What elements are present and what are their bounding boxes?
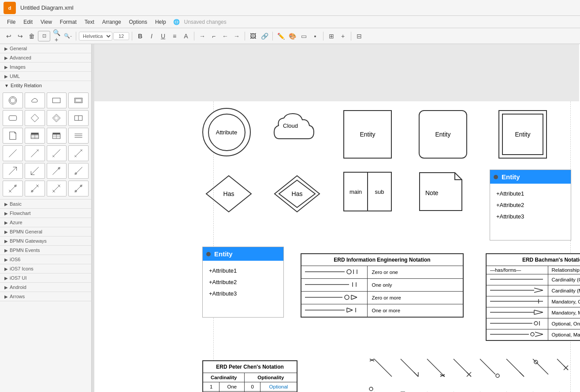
- ie-row-2: One only: [301, 279, 463, 292]
- zoom-in-button[interactable]: 🔍+: [51, 31, 62, 41]
- er-cloud-item[interactable]: [25, 92, 45, 108]
- er-table-item[interactable]: [25, 128, 45, 144]
- diamond1-shape[interactable]: Has: [202, 172, 255, 216]
- er-diag6-item[interactable]: [25, 163, 45, 179]
- menu-text[interactable]: Text: [81, 18, 98, 26]
- sidebar-bpmn-title[interactable]: ▶ BPMN General: [0, 227, 91, 236]
- attribute-shape[interactable]: Attribute: [202, 108, 251, 156]
- link-button[interactable]: 🔗: [259, 31, 270, 41]
- er-diag5-item[interactable]: [3, 163, 23, 179]
- bach-row-mand-many: Mandatory, Many: [486, 307, 580, 318]
- er-diag1-item[interactable]: [3, 145, 23, 161]
- undo-button[interactable]: ↩: [4, 31, 14, 41]
- sidebar-uml-title[interactable]: ▶ UML: [0, 72, 91, 81]
- menu-format[interactable]: Format: [56, 18, 80, 26]
- er-entity-double-item[interactable]: [68, 92, 89, 108]
- minimize-btn-right[interactable]: [494, 175, 498, 179]
- italic-button[interactable]: I: [146, 31, 157, 41]
- bold-button[interactable]: B: [135, 31, 145, 41]
- redo-button[interactable]: ↪: [15, 31, 26, 41]
- split-entity-shape[interactable]: main sub: [343, 172, 392, 211]
- note-shape[interactable]: Note: [419, 172, 463, 211]
- sidebar-android-title[interactable]: ▶ Android: [0, 283, 91, 292]
- er-diag10-item[interactable]: [25, 181, 45, 196]
- line-color-button[interactable]: ✏️: [275, 31, 286, 41]
- sidebar-advanced-title[interactable]: ▶ Advanced: [0, 53, 91, 62]
- elbow-button[interactable]: ⌐: [208, 31, 219, 41]
- svg-line-101: [427, 359, 445, 377]
- er-split-item[interactable]: [68, 110, 89, 126]
- menu-view[interactable]: View: [37, 18, 56, 26]
- sidebar-ios7icons-title[interactable]: ▶ iOS7 Icons: [0, 264, 91, 273]
- menu-arrange[interactable]: Arrange: [99, 18, 125, 26]
- diamond2-shape[interactable]: Has: [271, 172, 323, 216]
- arrow-right-button[interactable]: →: [197, 31, 208, 41]
- rect-button[interactable]: ▭: [298, 31, 309, 41]
- collapse-icon-arrows: ▶: [4, 294, 8, 299]
- er-diamond-double-item[interactable]: [47, 110, 67, 126]
- underline-button[interactable]: U: [158, 31, 168, 41]
- zoom-out-button[interactable]: 🔍-: [63, 31, 73, 41]
- sidebar-er-title[interactable]: ▼ Entity Relation: [0, 81, 91, 90]
- align-left-button[interactable]: ≡: [169, 31, 180, 41]
- er-diag12-item[interactable]: [68, 181, 89, 196]
- bach-label-3: Cardinality (Many): [548, 285, 580, 296]
- minimize-btn-left[interactable]: [206, 252, 211, 256]
- arrow-fwd-button[interactable]: →: [231, 31, 242, 41]
- cloud-shape[interactable]: Cloud: [271, 110, 319, 151]
- er-diag3-item[interactable]: [47, 145, 67, 161]
- canvas-area[interactable]: Attribute Cloud Entity Entity: [94, 44, 580, 392]
- blue-entity-left[interactable]: Entity +Attribute1 +Attribute2 +Attribut…: [202, 247, 284, 318]
- font-size-input[interactable]: [113, 32, 129, 40]
- font-selector[interactable]: Helvetica: [79, 32, 112, 41]
- sidebar-basic-title[interactable]: ▶ Basic: [0, 200, 91, 208]
- sidebar-ios7ui-title[interactable]: ▶ iOS7 UI: [0, 274, 91, 282]
- er-diag9-item[interactable]: [3, 181, 23, 196]
- add-button[interactable]: +: [338, 31, 348, 41]
- er-diag4-item[interactable]: [68, 145, 89, 161]
- sidebar-ios6-title[interactable]: ▶ iOS6: [0, 255, 91, 264]
- font-color-button[interactable]: A: [181, 31, 191, 41]
- sidebar-bpmn-gw-title[interactable]: ▶ BPMN Gateways: [0, 237, 91, 245]
- sidebar-images-title[interactable]: ▶ Images: [0, 63, 91, 71]
- sidebar-azure-title[interactable]: ▶ Azure: [0, 218, 91, 227]
- bach-label-2: Cardinality (One): [548, 274, 580, 285]
- er-table2-item[interactable]: [47, 128, 67, 144]
- sidebar-arrows-title[interactable]: ▶ Arrows: [0, 292, 91, 301]
- sidebar-bpmn-ev-title[interactable]: ▶ BPMN Events: [0, 246, 91, 255]
- fit-button[interactable]: ⊡: [38, 31, 50, 41]
- fill-color-button[interactable]: 🎨: [287, 31, 297, 41]
- menu-edit[interactable]: Edit: [20, 18, 36, 26]
- er-attribute-item[interactable]: [3, 92, 23, 108]
- er-diag2-item[interactable]: [25, 145, 45, 161]
- entity1-shape[interactable]: Entity: [343, 110, 392, 159]
- panel-button[interactable]: ⊟: [354, 31, 364, 41]
- entity2-shape[interactable]: Entity: [419, 110, 467, 159]
- er-diag8-item[interactable]: [68, 163, 89, 179]
- er-diag11-item[interactable]: [47, 181, 67, 196]
- menu-options[interactable]: Options: [126, 18, 151, 26]
- sidebar-general-title[interactable]: ▶ General: [0, 44, 91, 53]
- delete-button[interactable]: 🗑: [26, 31, 37, 41]
- app-icon: d: [4, 2, 16, 14]
- er-entity-rounded-item[interactable]: [3, 110, 23, 126]
- image-button[interactable]: 🖼: [248, 31, 258, 41]
- er-note-item[interactable]: [3, 128, 23, 144]
- svg-point-62: [347, 270, 351, 274]
- grid-button[interactable]: ⊞: [326, 31, 337, 41]
- svg-line-93: [535, 332, 543, 334]
- sidebar-flowchart-title[interactable]: ▶ Flowchart: [0, 209, 91, 218]
- er-lines-item[interactable]: [68, 128, 89, 144]
- er-diamond-item[interactable]: [25, 110, 45, 126]
- menu-file[interactable]: File: [4, 18, 19, 26]
- entity3-shape[interactable]: Entity: [498, 110, 547, 159]
- arrow-back-button[interactable]: ←: [220, 31, 231, 41]
- blue-entity-right[interactable]: Entity +Attribute1 +Attribute2 +Attribut…: [490, 170, 571, 240]
- menu-help[interactable]: Help: [152, 18, 170, 26]
- sidebar-section-azure: ▶ Azure: [0, 218, 91, 227]
- ie-row-1: Zero or one: [301, 266, 463, 279]
- shadow-button[interactable]: ▪: [310, 31, 320, 41]
- svg-point-69: [345, 295, 349, 300]
- er-entity-item[interactable]: [47, 92, 67, 108]
- er-diag7-item[interactable]: [47, 163, 67, 179]
